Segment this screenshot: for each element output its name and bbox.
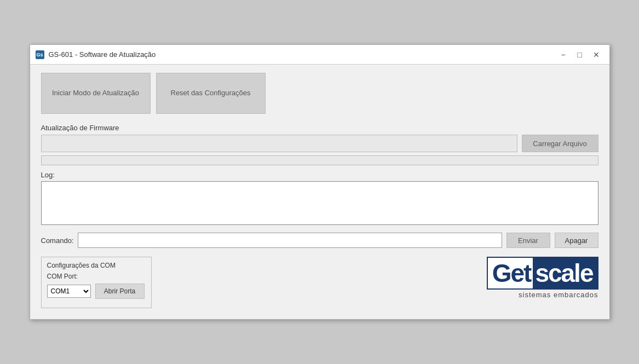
com-port-label: COM Port: bbox=[47, 273, 78, 280]
firmware-label: Atualização de Firmware bbox=[41, 124, 598, 132]
firmware-input[interactable] bbox=[41, 135, 517, 152]
log-area[interactable] bbox=[41, 181, 598, 225]
com-port-select-row: COM1 COM2 COM3 COM4 Abrir Porta bbox=[47, 284, 145, 299]
comando-row: Comando: Enviar Apagar bbox=[41, 233, 598, 248]
minimize-button[interactable]: − bbox=[556, 49, 571, 61]
bottom-section: Configurações da COM COM Port: COM1 COM2… bbox=[41, 257, 598, 308]
iniciar-modo-button[interactable]: Iniciar Modo de Atualização bbox=[41, 73, 151, 114]
main-window: Gs GS-601 - Software de Atualização − □ … bbox=[30, 44, 610, 320]
reset-config-button[interactable]: Reset das Configurações bbox=[156, 73, 266, 114]
log-label: Log: bbox=[41, 171, 598, 179]
apagar-button[interactable]: Apagar bbox=[555, 233, 598, 248]
maximize-button[interactable]: □ bbox=[572, 49, 588, 61]
com-config-group: Configurações da COM COM Port: COM1 COM2… bbox=[41, 257, 152, 308]
app-icon: Gs bbox=[36, 50, 44, 59]
window-controls: − □ ✕ bbox=[556, 49, 604, 61]
top-buttons: Iniciar Modo de Atualização Reset das Co… bbox=[41, 73, 598, 114]
brand-get: Get bbox=[487, 257, 533, 290]
com-port-select[interactable]: COM1 COM2 COM3 COM4 bbox=[47, 285, 91, 298]
progress-bar bbox=[41, 155, 598, 165]
abrir-porta-button[interactable]: Abrir Porta bbox=[95, 284, 145, 299]
comando-input[interactable] bbox=[78, 233, 502, 248]
brand-logo: Get scale bbox=[487, 257, 598, 290]
window-title: GS-601 - Software de Atualização bbox=[49, 50, 156, 59]
title-bar: Gs GS-601 - Software de Atualização − □ … bbox=[30, 45, 609, 65]
brand-subtitle: sistemas embarcados bbox=[519, 291, 598, 299]
carregar-arquivo-button[interactable]: Carregar Arquivo bbox=[522, 135, 598, 152]
window-content: Iniciar Modo de Atualização Reset das Co… bbox=[30, 65, 609, 319]
close-button[interactable]: ✕ bbox=[589, 49, 604, 61]
com-port-row: COM Port: bbox=[47, 273, 145, 280]
title-bar-left: Gs GS-601 - Software de Atualização bbox=[36, 50, 156, 59]
enviar-button[interactable]: Enviar bbox=[506, 233, 550, 248]
logo-wrapper: Get scale sistemas embarcados bbox=[487, 257, 598, 299]
com-config-legend: Configurações da COM bbox=[47, 262, 145, 269]
brand-scale: scale bbox=[533, 257, 598, 290]
comando-label: Comando: bbox=[41, 236, 74, 245]
firmware-row: Carregar Arquivo bbox=[41, 135, 598, 152]
